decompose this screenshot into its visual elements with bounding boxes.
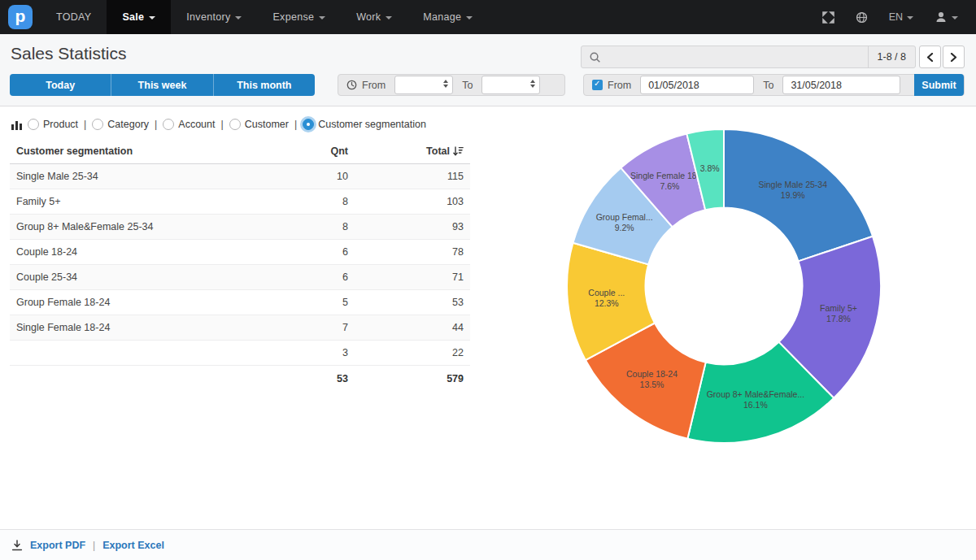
download-icon [11, 540, 23, 551]
nav-item-label: Sale [122, 11, 144, 23]
donut-segment-label: 3.8% [700, 163, 720, 173]
row-name: Group 8+ Male&Female 25-34 [10, 221, 251, 232]
nav-item-sale[interactable]: Sale [107, 0, 171, 34]
row-total: 22 [348, 347, 470, 358]
chevron-down-icon [386, 16, 392, 20]
row-total: 53 [348, 297, 470, 308]
customer-segmentation-donut-chart: Single Male 25-3419.9%Family 5+17.8%Grou… [557, 119, 891, 453]
table-row[interactable]: Group Female 18-24553 [10, 290, 470, 315]
report-option-product[interactable]: Product [28, 119, 78, 130]
this-month-button[interactable]: This month [214, 74, 315, 96]
report-option-customer[interactable]: Customer [229, 119, 289, 130]
time-range-group: From To [338, 74, 565, 96]
row-qnt: 6 [251, 271, 348, 283]
pagination-next-button[interactable] [943, 46, 965, 68]
nav-item-inventory[interactable]: Inventory [171, 0, 257, 34]
row-qnt: 8 [251, 196, 348, 207]
report-option-label: Customer [245, 119, 289, 130]
row-name: Couple 18-24 [10, 246, 251, 258]
chevron-down-icon [235, 16, 242, 20]
chevron-down-icon [149, 16, 155, 20]
submit-button[interactable]: Submit [914, 74, 964, 96]
time-from-select[interactable] [394, 76, 453, 94]
top-navbar: p TODAYSaleInventoryExpenseWorkManage E [0, 0, 976, 34]
chevron-down-icon [907, 16, 913, 20]
user-icon [935, 11, 948, 24]
clock-icon [346, 80, 357, 90]
pagination-prev-button[interactable] [919, 46, 941, 68]
language-menu[interactable]: EN [889, 11, 913, 23]
nav-item-work[interactable]: Work [341, 0, 407, 34]
row-qnt: 8 [251, 221, 348, 232]
table-row[interactable]: Single Female 18-24744 [10, 315, 470, 341]
report-option-customer-segmentation[interactable]: Customer segmentation [303, 119, 426, 130]
table-row[interactable]: Couple 18-24678 [10, 240, 470, 265]
search-icon[interactable] [582, 46, 608, 67]
date-to-label: To [755, 80, 782, 91]
row-total: 71 [348, 271, 470, 283]
chevron-left-icon [926, 53, 934, 62]
report-type-selector: Product|Category|Account|Customer|Custom… [11, 119, 426, 130]
report-option-label: Customer segmentation [318, 119, 426, 130]
option-separator: | [294, 119, 297, 130]
table-row[interactable]: Family 5+8103 [10, 189, 470, 215]
footer-separator: | [93, 540, 95, 551]
nav-item-label: Manage [423, 11, 461, 23]
table-row[interactable]: 322 [10, 341, 470, 366]
nav-item-today[interactable]: TODAY [41, 0, 107, 34]
user-menu[interactable] [935, 11, 958, 24]
segmentation-table: Customer segmentation Qnt Total Single M… [10, 139, 470, 391]
date-from-addon: From [584, 80, 639, 91]
app-logo-icon: p [8, 5, 33, 29]
totals-qnt: 53 [251, 373, 348, 384]
pagination-counter: 1-8 / 8 [868, 46, 915, 67]
search-input[interactable] [608, 46, 868, 67]
bar-chart-icon [11, 119, 23, 130]
globe-icon[interactable] [856, 11, 868, 24]
sales-statistics-page: p TODAYSaleInventoryExpenseWorkManage E [0, 0, 976, 560]
radio-icon [303, 119, 314, 130]
radio-icon [229, 119, 241, 130]
nav-right-icons: EN [822, 0, 976, 34]
time-from-label: From [362, 80, 386, 91]
table-totals-row: 53579 [10, 366, 470, 391]
time-to-label: To [454, 80, 481, 91]
row-total: 78 [348, 246, 470, 258]
time-to-select[interactable] [481, 76, 540, 94]
date-range-checkbox[interactable] [592, 80, 603, 90]
report-option-account[interactable]: Account [163, 119, 215, 130]
report-option-category[interactable]: Category [92, 119, 149, 130]
radio-icon [163, 119, 174, 130]
totals-total: 579 [348, 373, 470, 384]
nav-item-expense[interactable]: Expense [257, 0, 341, 34]
date-to-input[interactable] [782, 76, 900, 94]
report-option-label: Product [43, 119, 78, 130]
app-logo[interactable]: p [0, 0, 41, 34]
table-row[interactable]: Couple 25-34671 [10, 265, 470, 290]
column-header-name[interactable]: Customer segmentation [10, 145, 251, 157]
row-qnt: 7 [251, 322, 348, 333]
header-divider [0, 106, 976, 106]
table-row[interactable]: Single Male 25-3410115 [10, 164, 470, 189]
nav-item-manage[interactable]: Manage [407, 0, 488, 34]
language-label: EN [889, 11, 903, 23]
row-name: Single Male 25-34 [10, 171, 251, 182]
stepper-icon [443, 80, 448, 88]
column-header-qnt[interactable]: Qnt [251, 145, 348, 157]
time-from-addon: From [338, 80, 394, 91]
table-row[interactable]: Group 8+ Male&Female 25-34893 [10, 215, 470, 240]
export-excel-link[interactable]: Export Excel [102, 540, 164, 551]
today-button[interactable]: Today [10, 74, 111, 96]
date-from-input[interactable] [640, 76, 754, 94]
this-week-button[interactable]: This week [111, 74, 213, 96]
quick-range-buttons: TodayThis weekThis month [10, 74, 315, 96]
nav-item-label: Inventory [186, 11, 230, 23]
export-pdf-link[interactable]: Export PDF [30, 540, 85, 551]
fullscreen-icon[interactable] [822, 11, 834, 24]
column-header-total[interactable]: Total [348, 145, 470, 157]
option-separator: | [221, 119, 224, 130]
row-qnt: 3 [251, 347, 348, 358]
report-option-label: Account [178, 119, 215, 130]
search-group: 1-8 / 8 [581, 46, 916, 68]
row-name: Couple 25-34 [10, 271, 251, 283]
